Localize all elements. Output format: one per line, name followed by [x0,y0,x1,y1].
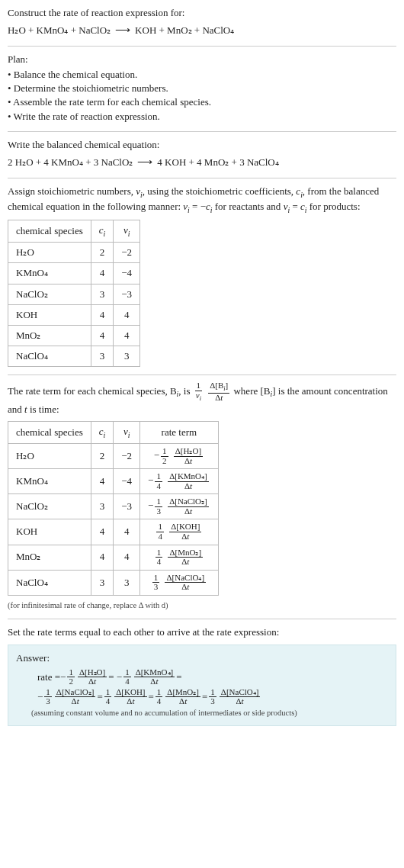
cell-species: H₂O [8,243,91,263]
col-header: rate term [140,421,219,443]
col-header: chemical species [8,220,91,242]
answer-title: Answer: [16,651,388,665]
rate-table-note: (for infinitesimal rate of change, repla… [8,600,396,612]
unbalanced-equation: H₂O + KMnO₄ + NaClO₂⟶KOH + MnO₂ + NaClO₄ [8,23,396,38]
table-row: KOH4414 Δ[KOH]Δt [8,519,219,545]
cell-rate-term: 13 Δ[NaClO₄]Δt [140,570,219,595]
table-row: MnO₂4414 Δ[MnO₂]Δt [8,545,219,570]
balanced-equation: 2 H₂O + 4 KMnO₄ + 3 NaClO₂⟶4 KOH + 4 MnO… [8,155,396,170]
cell-nu: 4 [114,519,140,545]
cell-species: NaClO₄ [8,570,91,595]
plan-list: Balance the chemical equation.Determine … [8,68,396,124]
cell-c: 3 [91,346,114,367]
cell-c: 3 [91,284,114,304]
balanced-title: Write the balanced chemical equation: [8,138,396,152]
cell-rate-term: −13 Δ[NaClO₂]Δt [140,494,219,519]
cell-c: 4 [91,325,114,346]
cell-rate-term: −12 Δ[H₂O]Δt [140,444,219,469]
cell-species: H₂O [8,444,91,469]
cell-nu: −3 [114,494,140,519]
answer-expression: rate = −12 Δ[H₂O]Δt = −14 Δ[KMnO₄]Δt = −… [16,668,388,706]
plan-section: Plan: Balance the chemical equation.Dete… [8,53,396,124]
answer-note: (assuming constant volume and no accumul… [16,708,388,719]
col-header: ci [91,220,114,242]
col-header: ci [91,421,114,443]
cell-c: 4 [91,519,114,545]
table-row: KMnO₄4−4 [8,263,140,284]
answer-box: Answer: rate = −12 Δ[H₂O]Δt = −14 Δ[KMnO… [8,645,396,726]
table-row: H₂O2−2 [8,243,140,263]
prompt-section: Construct the rate of reaction expressio… [8,6,396,38]
table-row: NaClO₄3313 Δ[NaClO₄]Δt [8,570,219,595]
table-row: NaClO₄33 [8,346,140,367]
final-text: Set the rate terms equal to each other t… [8,625,396,639]
cell-species: KOH [8,304,91,325]
col-header: chemical species [8,421,91,443]
cell-species: KOH [8,519,91,545]
cell-nu: 4 [114,325,140,346]
cell-rate-term: 14 Δ[MnO₂]Δt [140,545,219,570]
cell-nu: 4 [114,545,140,570]
plan-item: Assemble the rate term for each chemical… [8,95,396,109]
cell-nu: −2 [114,444,140,469]
cell-species: NaClO₄ [8,346,91,367]
cell-c: 2 [91,444,114,469]
col-header: νi [114,421,140,443]
table-row: MnO₂44 [8,325,140,346]
rate-term-text: The rate term for each chemical species,… [8,381,396,416]
table-row: KOH44 [8,304,140,325]
divider [8,131,396,132]
cell-c: 3 [91,494,114,519]
cell-species: KMnO₄ [8,469,91,494]
divider [8,46,396,47]
col-header: νi [114,220,140,242]
cell-c: 4 [91,263,114,284]
stoich-table: chemical speciesciνiH₂O2−2KMnO₄4−4NaClO₂… [8,220,140,367]
cell-c: 4 [91,469,114,494]
rate-term-section: The rate term for each chemical species,… [8,381,396,611]
cell-c: 4 [91,304,114,325]
cell-nu: −4 [114,263,140,284]
cell-species: NaClO₂ [8,494,91,519]
stoich-section: Assign stoichiometric numbers, νi, using… [8,185,396,368]
cell-rate-term: 14 Δ[KOH]Δt [140,519,219,545]
cell-c: 3 [91,570,114,595]
prompt-text: Construct the rate of reaction expressio… [8,6,396,20]
cell-nu: −3 [114,284,140,304]
plan-item: Determine the stoichiometric numbers. [8,82,396,95]
cell-c: 2 [91,243,114,263]
divider [8,178,396,178]
cell-c: 4 [91,545,114,570]
table-row: KMnO₄4−4−14 Δ[KMnO₄]Δt [8,469,219,494]
divider [8,375,396,375]
plan-item: Balance the chemical equation. [8,68,396,82]
divider [8,619,396,619]
stoich-text: Assign stoichiometric numbers, νi, using… [8,185,396,215]
cell-nu: −4 [114,469,140,494]
plan-item: Write the rate of reaction expression. [8,110,396,124]
table-row: H₂O2−2−12 Δ[H₂O]Δt [8,444,219,469]
cell-species: NaClO₂ [8,284,91,304]
cell-species: KMnO₄ [8,263,91,284]
balanced-section: Write the balanced chemical equation: 2 … [8,138,396,170]
cell-species: MnO₂ [8,545,91,570]
cell-nu: 4 [114,304,140,325]
cell-nu: 3 [114,346,140,367]
plan-title: Plan: [8,53,396,66]
rate-table: chemical speciesciνirate termH₂O2−2−12 Δ… [8,421,219,596]
cell-nu: −2 [114,243,140,263]
table-row: NaClO₂3−3 [8,284,140,304]
table-row: NaClO₂3−3−13 Δ[NaClO₂]Δt [8,494,219,519]
cell-nu: 3 [114,570,140,595]
cell-species: MnO₂ [8,325,91,346]
cell-rate-term: −14 Δ[KMnO₄]Δt [140,469,219,494]
